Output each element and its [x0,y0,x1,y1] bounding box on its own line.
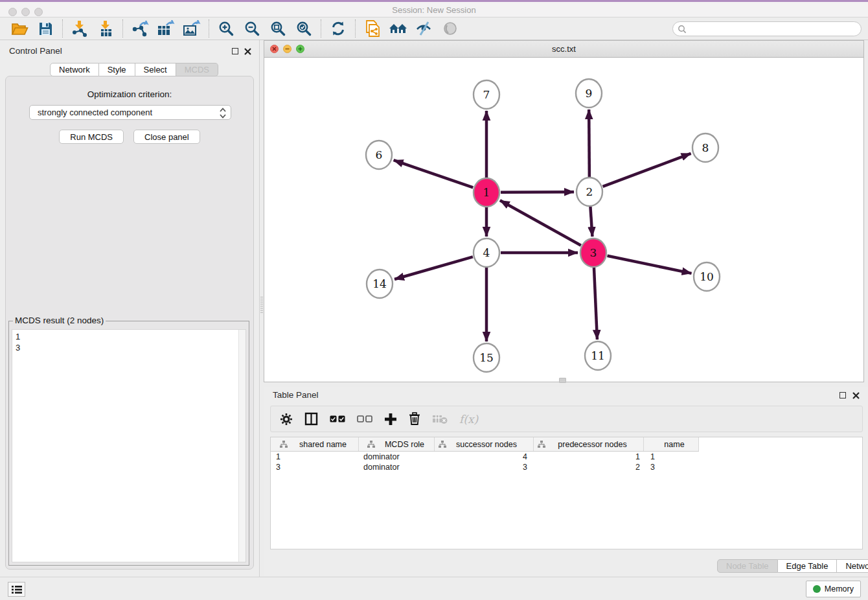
zoom-in-button[interactable] [213,19,239,38]
function-builder-button[interactable]: f(x) [459,413,478,426]
mcds-result-box: MCDS result (2 nodes) 1 3 [8,321,249,566]
duplicate-network-icon [364,20,381,38]
column-header-shared-name[interactable]: shared name [271,437,359,451]
hierarchy-icon [538,441,545,448]
float-panel-button[interactable] [232,48,238,54]
column-header-mcds-role[interactable]: MCDS role [359,437,435,451]
graph-node-label-15: 15 [479,351,494,364]
import-network-icon [71,20,88,37]
mcds-result-text[interactable]: 1 3 [12,329,246,562]
zoom-selected-button[interactable] [291,19,317,38]
close-table-panel-icon[interactable] [852,392,860,399]
cell-name[interactable]: 1 [644,452,699,461]
network-window-titlebar[interactable]: scc.txt [264,41,863,58]
zoom-out-button[interactable] [239,19,265,38]
network-graph[interactable]: 7968124314101511 [264,58,863,382]
splitter-grip[interactable] [260,297,263,314]
export-image-button[interactable] [179,19,205,38]
column-header-successor-nodes[interactable]: successor nodes [435,437,534,451]
tab-network[interactable]: Network [50,63,99,76]
table-toolbar: f(x) [270,406,863,432]
mcds-panel: Optimization criterion: strongly connect… [5,76,254,570]
table-panel-title: Table Panel [273,390,319,400]
cell-shared-name[interactable]: 1 [271,452,359,461]
cell-mcds-role[interactable]: dominator [359,463,435,472]
horizontal-splitter-grip[interactable] [559,378,566,383]
search-field[interactable] [672,21,862,36]
network-window-title: scc.txt [264,44,863,54]
cell-mcds-role[interactable]: dominator [359,452,435,461]
select-all-button[interactable] [330,415,345,423]
criterion-select[interactable]: strongly connected component [29,105,231,120]
vertical-splitter[interactable] [259,40,264,577]
import-table-button[interactable] [93,19,119,38]
node-table[interactable]: shared name MCDS role successor nodes pr… [270,437,863,549]
import-table-icon [97,20,114,37]
deselect-all-button[interactable] [357,415,372,423]
graph-edge-4-14[interactable] [394,257,473,279]
first-neighbors-button[interactable] [385,19,411,38]
network-canvas[interactable]: 7968124314101511 [264,58,863,382]
refresh-button[interactable] [325,19,351,38]
show-all-button[interactable] [437,19,463,38]
cell-successor-nodes[interactable]: 3 [435,463,534,472]
tab-edge-table[interactable]: Edge Table [778,559,838,573]
tab-network-table[interactable]: Network Table [837,559,868,573]
column-header-name[interactable]: name [644,437,699,451]
delete-table-button[interactable] [432,414,448,424]
graph-edge-2-3[interactable] [590,207,592,237]
graph-edge-1-6[interactable] [394,160,474,187]
export-table-button[interactable] [153,19,179,38]
cell-shared-name[interactable]: 3 [271,463,359,472]
graph-edge-3-1[interactable] [500,200,581,245]
toolbar-separator [355,19,356,38]
close-panel-icon[interactable] [244,48,251,55]
export-image-icon [183,20,201,37]
show-column-panel-button[interactable] [304,412,318,426]
memory-button[interactable]: Memory [806,581,861,597]
mcds-result-legend: MCDS result (2 nodes) [13,316,106,325]
graph-node-label-7: 7 [483,88,490,101]
duplicate-network-button[interactable] [360,19,385,38]
float-table-panel-button[interactable] [839,392,846,398]
result-scrollbar[interactable] [238,330,246,562]
graph-edge-2-9[interactable] [589,110,589,177]
graph-node-label-11: 11 [591,349,605,362]
search-input[interactable] [690,25,852,34]
graph-edge-2-8[interactable] [603,154,691,187]
import-network-button[interactable] [67,19,93,38]
hide-selected-button[interactable] [411,19,437,38]
delete-row-button[interactable] [409,412,420,426]
zoom-fit-button[interactable] [265,19,291,38]
column-header-predecessor-nodes[interactable]: predecessor nodes [534,437,644,451]
graph-edge-3-11[interactable] [594,268,597,340]
table-settings-button[interactable] [280,413,293,426]
table-row[interactable]: 1 dominator 4 1 1 [271,452,862,462]
cell-predecessor-nodes[interactable]: 2 [534,463,644,472]
graph-node-label-10: 10 [700,270,714,283]
graph-edge-1-2[interactable] [501,192,574,192]
graph-node-label-1: 1 [483,186,490,199]
task-history-button[interactable] [8,582,25,597]
optimization-criterion-label: Optimization criterion: [6,89,253,99]
cell-successor-nodes[interactable]: 4 [435,452,534,461]
cell-predecessor-nodes[interactable]: 1 [534,452,644,461]
run-mcds-button[interactable]: Run MCDS [59,130,124,144]
main-toolbar [0,17,868,40]
graph-edge-3-10[interactable] [608,256,692,273]
tab-node-table[interactable]: Node Table [717,559,778,573]
open-session-button[interactable] [6,19,32,38]
hierarchy-icon [367,441,375,448]
tab-style[interactable]: Style [99,63,135,76]
add-row-button[interactable] [384,413,397,426]
table-row[interactable]: 3 dominator 3 2 3 [271,462,862,472]
close-panel-button[interactable]: Close panel [133,130,200,144]
tab-mcds[interactable]: MCDS [176,63,218,76]
tab-select[interactable]: Select [135,63,176,76]
list-icon [12,585,22,594]
save-session-button[interactable] [32,19,58,38]
cell-name[interactable]: 3 [644,463,699,472]
export-network-button[interactable] [127,19,153,38]
zoom-selected-icon [296,21,312,36]
app-titlebar: Session: New Session [0,2,868,17]
